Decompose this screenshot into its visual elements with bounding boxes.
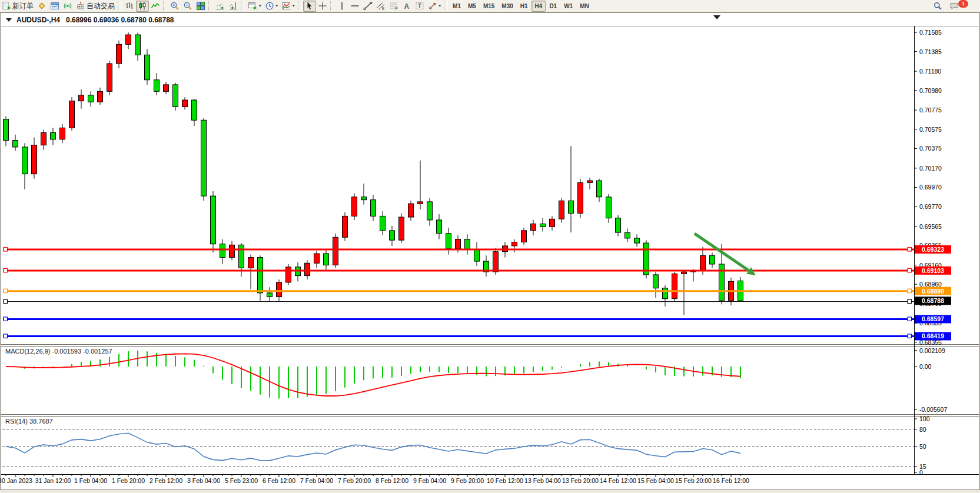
trendline-icon[interactable]	[361, 1, 374, 12]
svg-text:A: A	[404, 2, 409, 11]
timeframe-mn[interactable]: MN	[576, 1, 593, 12]
zoom-out-icon[interactable]	[181, 1, 194, 12]
macd-values: -0.001593 -0.001257	[52, 348, 112, 355]
bar-chart-icon[interactable]	[123, 1, 136, 12]
market-watch-icon[interactable]	[35, 1, 48, 12]
crosshair-icon[interactable]	[316, 1, 329, 12]
rsi-label: RSI(14) 38.7687	[5, 418, 53, 425]
timeframe-m30[interactable]: M30	[498, 1, 516, 12]
chart-shift-icon[interactable]	[227, 1, 240, 12]
toolbar-separator	[241, 1, 245, 11]
timeframe-w1[interactable]: W1	[560, 1, 576, 12]
symbol-dropdown-icon[interactable]	[6, 18, 12, 22]
svg-text:E: E	[382, 6, 385, 11]
timeframe-h4[interactable]: H4	[531, 1, 546, 12]
notification-badge: 1	[958, 0, 968, 8]
macd-label: MACD(12,26,9) -0.001593 -0.001257	[5, 348, 112, 355]
svg-text:T: T	[418, 3, 421, 9]
shapes-icon[interactable]: ▾	[426, 1, 443, 12]
text-icon[interactable]: A	[400, 1, 413, 12]
search-icon[interactable]	[931, 1, 944, 12]
cursor-icon[interactable]	[303, 1, 316, 12]
chevron-down-icon: ▾	[293, 4, 295, 8]
toolbar-separator	[208, 1, 212, 11]
indicators-icon[interactable]: ▾	[280, 1, 297, 12]
tile-windows-icon[interactable]	[194, 1, 207, 12]
toolbar-separator	[444, 1, 448, 11]
chevron-down-icon: ▾	[439, 4, 441, 8]
toolbar-separator	[163, 1, 167, 11]
toolbar-separator	[330, 1, 334, 11]
svg-text:F: F	[395, 6, 397, 11]
zoom-in-icon[interactable]	[168, 1, 181, 12]
line-chart-icon[interactable]	[149, 1, 162, 12]
toolbar-separator	[298, 1, 302, 11]
timeframe-m1[interactable]: M1	[449, 1, 464, 12]
rsi-value: 38.7687	[29, 418, 53, 425]
chevron-down-icon: ▾	[276, 4, 278, 8]
period-icon[interactable]: ▾	[263, 1, 280, 12]
chart-window[interactable]	[0, 12, 980, 490]
timeframe-h1[interactable]: H1	[517, 1, 531, 12]
auto-scroll-icon[interactable]	[214, 1, 227, 12]
autotrading-icon[interactable]: 自动交易	[74, 1, 117, 12]
new-order-icon[interactable]: 新订单	[0, 1, 35, 12]
main-toolbar: 新订单自动交易▾▾▾EFAT▾M1M5M15M30H1H4D1W1MN1	[0, 0, 980, 12]
channel-icon[interactable]: E	[374, 1, 387, 12]
timeframe-d1[interactable]: D1	[546, 1, 560, 12]
timeframe-m15[interactable]: M15	[480, 1, 498, 12]
chevron-down-icon: ▾	[259, 4, 261, 8]
candlestick-icon[interactable]	[136, 1, 149, 12]
fibonacci-icon[interactable]: F	[387, 1, 400, 12]
chart-ohlc-values: 0.68996 0.69036 0.68780 0.68788	[66, 16, 174, 24]
chart-symbol-period: AUDUSD-,H4	[16, 16, 60, 24]
horizontal-line-icon[interactable]	[348, 1, 361, 12]
signals-icon[interactable]	[61, 1, 74, 12]
charts-profile-icon[interactable]	[48, 1, 61, 12]
new-chart-icon[interactable]: ▾	[246, 1, 263, 12]
timeframe-m5[interactable]: M5	[464, 1, 480, 12]
text-label-icon[interactable]: T	[413, 1, 426, 12]
chart-title-bar: AUDUSD-,H4 0.68996 0.69036 0.68780 0.687…	[1, 14, 912, 26]
toolbar-separator	[118, 1, 122, 11]
vertical-line-icon[interactable]	[335, 1, 348, 12]
